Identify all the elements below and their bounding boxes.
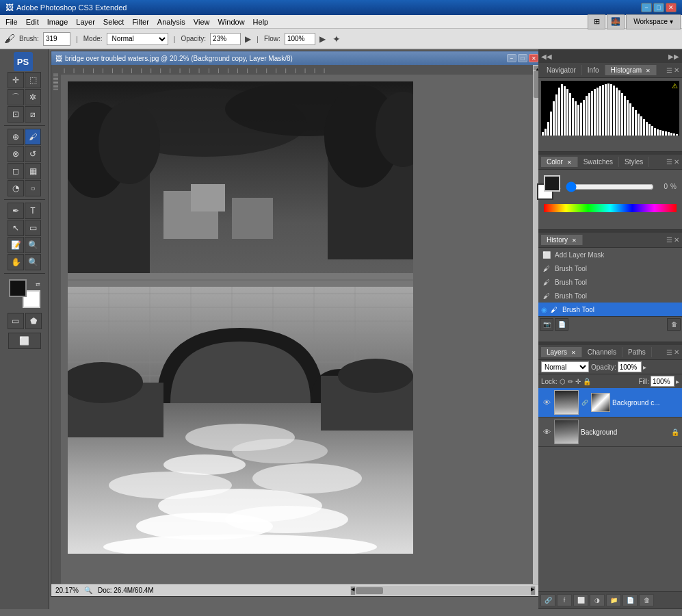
menu-filter[interactable]: Filter [128,16,153,27]
normal-mode-btn[interactable]: ▭ [8,313,24,329]
create-new-doc-btn[interactable]: 📄 [555,318,568,331]
swap-colors-icon[interactable]: ⇄ [36,281,40,287]
layer-background[interactable]: 👁 Background 🔒 [538,418,682,447]
scroll-thumb-v[interactable] [534,70,538,98]
mode-select[interactable]: Normal [107,33,168,45]
history-panel-menu[interactable]: ☰ [666,236,672,244]
doc-maximize-btn[interactable]: □ [518,54,527,62]
opacity-dropdown-icon[interactable]: ▸ [643,363,646,371]
history-panel-expand[interactable]: ✕ [674,236,679,244]
workspace-dropdown[interactable]: Workspace ▾ [626,14,681,29]
tab-swatches[interactable]: Swatches [578,157,619,167]
screen-mode-btn[interactable]: ⬜ [8,333,41,349]
layer-visibility-eye-copy[interactable]: 👁 [541,397,552,408]
lock-position-icon[interactable]: ✛ [575,378,581,385]
foreground-color-swatch[interactable] [9,279,27,297]
scroll-arrow-up[interactable]: ▲ [534,66,538,70]
tab-info[interactable]: Info [582,65,605,75]
lock-image-icon[interactable]: ✏ [568,378,573,385]
blur-tool[interactable]: ◔ [8,180,24,196]
history-close-icon[interactable]: ✕ [572,238,577,244]
fill-dropdown-icon[interactable]: ▸ [676,378,679,385]
layers-panel-expand[interactable]: ✕ [674,348,679,356]
create-new-snapshot-btn[interactable]: 📷 [540,318,553,331]
hand-tool[interactable]: ✋ [8,254,24,270]
lasso-tool[interactable]: ⌒ [8,89,24,105]
review-mode-btn[interactable]: ⊞ [588,14,605,29]
notes-tool[interactable]: 📝 [8,237,24,253]
layer-background-copy[interactable]: 👁 🔗 Background c... [538,388,682,418]
doc-minimize-btn[interactable]: − [507,54,516,62]
layers-blend-select[interactable]: Normal Multiply Screen Overlay [541,361,589,372]
marquee-tool[interactable]: ⬚ [25,72,41,88]
lock-transparent-icon[interactable]: ⬡ [560,378,566,385]
clone-tool[interactable]: ⊗ [8,146,24,162]
history-item-add-mask[interactable]: ⬜ Add Layer Mask [538,248,682,261]
text-tool[interactable]: T [25,203,41,219]
zoom-icon[interactable]: 🔍 [84,587,92,594]
vertical-scrollbar[interactable]: ▲ ▼ [533,65,538,596]
flow-input[interactable] [285,33,315,45]
history-item-brush-4-active[interactable]: ◉ 🖌 Brush Tool [538,303,682,316]
document-canvas[interactable]: OceanofFXG [68,81,413,554]
k-slider[interactable] [566,184,654,190]
tab-channels[interactable]: Channels [582,347,622,357]
create-fill-adjustment-btn[interactable]: ◑ [590,594,605,606]
move-tool[interactable]: ✛ [8,72,24,88]
tab-color[interactable]: Color ✕ [541,157,578,167]
panels-collapse-btn[interactable]: ◀◀ [541,53,552,60]
scroll-arrow-right[interactable]: ▶ [531,587,535,595]
close-button[interactable]: ✕ [666,3,677,12]
scroll-thumb-h[interactable] [356,587,383,594]
horizontal-scrollbar[interactable]: ◀ ▶ [350,586,536,595]
opacity-arrow[interactable]: ▶ [245,34,251,44]
histogram-close-icon[interactable]: ✕ [646,68,651,74]
history-item-brush-3[interactable]: 🖌 Brush Tool [538,289,682,303]
tab-layers[interactable]: Layers ✕ [541,347,582,357]
tab-navigator[interactable]: Navigator [541,65,582,75]
foreground-color-box[interactable] [544,175,560,192]
histogram-expand-icon[interactable]: ✕ [674,66,679,74]
menu-select[interactable]: Select [99,16,129,27]
scroll-track-h[interactable] [356,587,530,595]
brush-size-selector[interactable]: 319 [43,32,70,46]
color-panel-menu[interactable]: ☰ [666,158,672,166]
create-group-btn[interactable]: 📁 [606,594,621,606]
flow-arrow[interactable]: ▶ [319,34,326,44]
layers-fill-input[interactable] [651,376,674,387]
layer-visibility-eye-bg[interactable]: 👁 [541,426,552,437]
path-select-tool[interactable]: ↖ [8,220,24,236]
opacity-input[interactable] [210,33,241,45]
quick-mask-btn[interactable]: ⬟ [25,313,42,329]
crop-tool[interactable]: ⊡ [8,106,24,123]
panel-menu-icon[interactable]: ☰ [666,66,672,74]
menu-view[interactable]: View [189,16,214,27]
menu-edit[interactable]: Edit [22,16,43,27]
eraser-tool[interactable]: ◻ [8,163,24,179]
doc-close-btn[interactable]: ✕ [529,54,538,62]
color-spectrum-bar[interactable] [544,204,677,212]
histogram-warning-icon[interactable]: ⚠ [672,82,678,90]
create-new-layer-btn[interactable]: 📄 [622,594,638,606]
magic-wand-tool[interactable]: ✲ [25,89,41,105]
eyedropper-tool[interactable]: 🔍 [25,237,41,253]
tab-histogram[interactable]: Histogram ✕ [605,65,657,75]
brush-tool[interactable]: 🖌 [25,129,41,145]
menu-file[interactable]: File [1,16,22,27]
healing-brush-tool[interactable]: ⊕ [8,129,24,145]
dodge-tool[interactable]: ○ [25,180,41,196]
menu-help[interactable]: Help [249,16,273,27]
menu-layer[interactable]: Layer [72,16,99,27]
add-layer-mask-btn[interactable]: ⬜ [573,594,588,606]
slice-tool[interactable]: ⧄ [25,106,41,123]
color-close-icon[interactable]: ✕ [567,159,572,166]
shape-tool[interactable]: ▭ [25,220,41,236]
history-item-brush-1[interactable]: 🖌 Brush Tool [538,261,682,275]
zoom-tool[interactable]: 🔍 [25,254,41,270]
menu-window[interactable]: Window [213,16,248,27]
minimize-button[interactable]: − [641,3,652,12]
tab-history[interactable]: History ✕ [541,235,583,245]
scroll-arrow-left[interactable]: ◀ [351,587,355,595]
panels-expand-btn[interactable]: ▶▶ [668,53,679,60]
scroll-track-v[interactable] [533,70,538,591]
